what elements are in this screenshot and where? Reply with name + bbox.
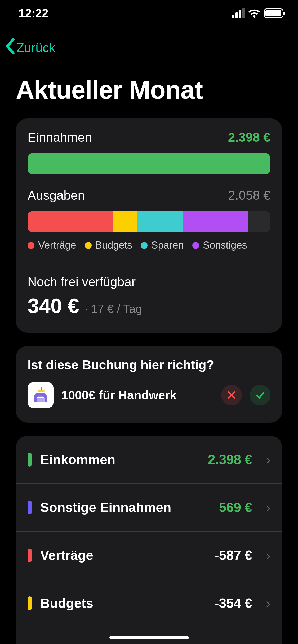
wifi-icon xyxy=(248,8,261,18)
booking-card: Ist diese Buchung hier richtig? 1000€ fü… xyxy=(16,346,282,423)
remaining-label: Noch frei verfügbar xyxy=(28,275,270,289)
income-label: Einnahmen xyxy=(28,130,92,145)
legend-label: Sonstiges xyxy=(203,240,247,251)
category-list: Einkommen 2.398 € › Sonstige Einnahmen 5… xyxy=(16,436,282,644)
check-icon xyxy=(255,390,265,400)
dot-icon xyxy=(141,242,148,249)
remaining-value-row: 340 € · 17 € / Tag xyxy=(28,294,270,318)
status-indicators xyxy=(232,8,283,18)
battery-icon xyxy=(264,8,283,18)
category-value: 569 € xyxy=(219,500,252,515)
income-value: 2.398 € xyxy=(228,130,270,145)
legend-item-sonstiges: Sonstiges xyxy=(192,240,247,251)
chevron-left-icon xyxy=(5,38,15,57)
segment-sonstiges xyxy=(183,211,249,232)
chevron-right-icon: › xyxy=(266,452,270,468)
expense-legend: Verträge Budgets Sparen Sonstiges xyxy=(28,240,270,251)
expense-label: Ausgaben xyxy=(28,188,85,203)
category-color-pill xyxy=(28,596,32,610)
category-row-sonstige-einnahmen[interactable]: Sonstige Einnahmen 569 € › xyxy=(16,484,282,532)
category-value: -354 € xyxy=(215,596,252,611)
legend-item-budgets: Budgets xyxy=(85,240,132,251)
cellular-icon xyxy=(232,8,245,18)
income-bar xyxy=(28,153,270,174)
accept-button[interactable] xyxy=(250,385,270,405)
back-label: Zurück xyxy=(16,40,55,55)
legend-label: Budgets xyxy=(95,240,132,251)
status-time: 12:22 xyxy=(19,7,48,20)
category-row-vertraege[interactable]: Verträge -587 € › xyxy=(16,532,282,579)
remaining-per-day: · 17 € / Tag xyxy=(84,302,142,316)
expense-value: 2.058 € xyxy=(228,188,270,203)
booking-text: 1000€ für Handwerk xyxy=(61,388,213,402)
remaining-amount: 340 € xyxy=(28,294,79,318)
segment-budgets xyxy=(113,211,137,232)
page-title: Aktueller Monat xyxy=(16,75,203,104)
category-color-pill xyxy=(28,549,32,562)
svg-rect-1 xyxy=(37,398,44,402)
chevron-right-icon: › xyxy=(266,547,270,563)
booking-question: Ist diese Buchung hier richtig? xyxy=(28,358,270,372)
category-label: Sonstige Einnahmen xyxy=(40,500,211,515)
category-label: Verträge xyxy=(40,548,206,563)
segment-sparen xyxy=(137,211,183,232)
category-color-pill xyxy=(28,501,32,514)
legend-item-sparen: Sparen xyxy=(141,240,184,251)
dot-icon xyxy=(85,242,92,249)
booking-row: 1000€ für Handwerk xyxy=(28,382,270,408)
back-button[interactable]: Zurück xyxy=(5,38,55,57)
category-label: Einkommen xyxy=(40,452,199,467)
category-row-einkommen[interactable]: Einkommen 2.398 € › xyxy=(16,436,282,484)
category-value: 2.398 € xyxy=(208,452,252,467)
category-color-pill xyxy=(28,453,32,467)
income-row: Einnahmen 2.398 € xyxy=(28,130,270,145)
legend-item-vertraege: Verträge xyxy=(28,240,76,251)
x-icon xyxy=(227,390,236,400)
expense-section: Ausgaben 2.058 € Verträge Budgets Sparen… xyxy=(28,188,270,251)
expense-bar xyxy=(28,211,270,232)
chevron-right-icon: › xyxy=(266,595,270,611)
reject-button[interactable] xyxy=(221,385,242,405)
dot-icon xyxy=(192,242,199,249)
dot-icon xyxy=(28,242,34,249)
divider xyxy=(28,261,270,261)
status-bar: 12:22 xyxy=(0,0,298,26)
segment-empty xyxy=(248,211,270,232)
booking-category-icon xyxy=(28,382,54,408)
home-indicator[interactable] xyxy=(109,636,189,639)
category-value: -587 € xyxy=(215,548,252,563)
legend-label: Sparen xyxy=(151,240,184,251)
category-label: Budgets xyxy=(40,596,206,611)
segment-vertraege xyxy=(28,211,113,232)
legend-label: Verträge xyxy=(38,240,76,251)
chevron-right-icon: › xyxy=(266,500,270,515)
summary-card: Einnahmen 2.398 € Ausgaben 2.058 € Vertr… xyxy=(16,118,282,333)
category-row-budgets[interactable]: Budgets -354 € › xyxy=(16,579,282,627)
